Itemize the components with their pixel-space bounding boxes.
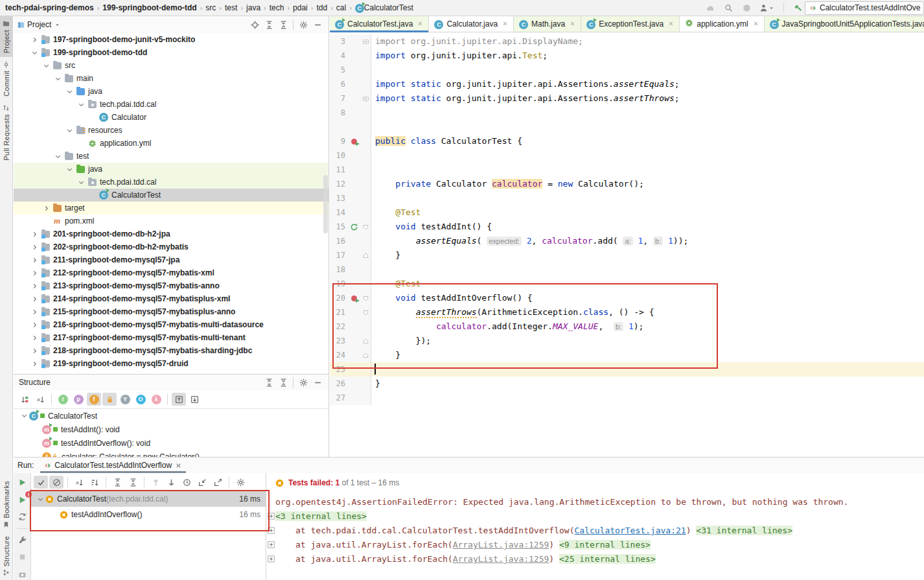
fold-open-icon[interactable] (362, 309, 369, 316)
cloud-button[interactable] (703, 1, 717, 14)
arrow-up-button[interactable] (148, 476, 163, 489)
project-tree-row[interactable]: 217-springboot-demo-mysql57-mybatis-mult… (14, 331, 329, 344)
expand-all-button[interactable] (110, 476, 124, 489)
project-tree-row[interactable]: 215-springboot-demo-mysql57-mybatisplus-… (14, 305, 329, 318)
code-text[interactable]: import org.junit.jupiter.api.DisplayName… (371, 34, 924, 49)
chevron-down-icon[interactable] (66, 88, 73, 95)
code-text[interactable]: calculator.add(Integer.MAX_VALUE, b: 1); (371, 319, 924, 334)
editor-tab[interactable]: CExceptionTest.java (581, 16, 680, 32)
search-button[interactable] (721, 1, 735, 14)
project-tree-row[interactable]: java (14, 85, 329, 98)
fold-expand-icon[interactable] (268, 527, 275, 534)
project-tree-row[interactable]: java (14, 163, 329, 176)
toggle-auto-test-button[interactable] (15, 511, 29, 522)
collapse-all-button[interactable] (276, 376, 290, 389)
tool-window-button-project[interactable]: Project (0, 16, 12, 57)
tool-window-button-structure[interactable]: Structure (0, 532, 12, 580)
editor-tab[interactable]: application.yml (680, 16, 764, 32)
chevron-right-icon[interactable] (31, 347, 38, 354)
fold-end-icon[interactable] (362, 252, 369, 259)
filter-i-button[interactable]: I (56, 393, 70, 406)
code-text[interactable]: }); (371, 334, 924, 348)
chevron-right-icon[interactable] (31, 270, 38, 277)
project-tree-row[interactable]: target (14, 202, 329, 215)
code-text[interactable]: assertThrows(ArithmeticException.class, … (371, 305, 924, 319)
hide-button[interactable] (310, 18, 325, 31)
breadcrumb-item[interactable]: CCalculatorTest (355, 3, 413, 13)
test-tree-row[interactable]: testAddIntOverflow()16 ms (31, 507, 266, 522)
project-tree-row[interactable]: CCalculator (14, 111, 329, 124)
close-icon[interactable] (668, 19, 674, 29)
code-text[interactable] (371, 148, 924, 163)
chevron-right-icon[interactable] (31, 283, 38, 290)
code-text[interactable] (371, 391, 924, 405)
sort-duration-button[interactable] (87, 476, 102, 489)
project-tree-row[interactable]: application.yml (14, 137, 329, 150)
editor-tab[interactable]: CCalculator.java (429, 16, 514, 32)
project-tree-row[interactable]: main (14, 72, 329, 85)
chevron-right-icon[interactable] (31, 257, 38, 264)
project-tree-row[interactable]: CCalculatorTest (14, 189, 329, 202)
expand-all-button[interactable] (262, 376, 276, 389)
chevron-down-icon[interactable] (21, 412, 28, 419)
hammer-button[interactable] (791, 1, 805, 14)
project-tree-row[interactable]: 214-springboot-demo-mysql57-mybatisplus-… (14, 292, 329, 305)
code-text[interactable]: import static org.junit.jupiter.api.Asse… (371, 77, 924, 91)
chevron-down-icon[interactable] (66, 127, 73, 134)
console-output[interactable]: org.opentest4j.AssertionFailedError: Exp… (266, 493, 924, 580)
project-tree-row[interactable]: 211-springboot-demo-mysql57-jpa (14, 253, 329, 266)
project-tree-row[interactable]: test (14, 150, 329, 163)
structure-tree-row[interactable]: fcalculator: Calculator = new Calculator… (14, 450, 329, 457)
scrollbar-thumb[interactable] (323, 175, 328, 233)
test-tree-row[interactable]: CalculatorTest (tech.pdai.tdd.cal)16 ms (31, 491, 266, 507)
chevron-right-icon[interactable] (31, 308, 38, 316)
locate-button[interactable] (248, 18, 262, 31)
code-text[interactable]: void testAddInt() { (371, 220, 924, 234)
expand-all-button[interactable] (262, 18, 276, 31)
hide-button[interactable] (310, 376, 325, 389)
project-tree-row[interactable]: 202-springboot-demo-db-h2-mybatis (14, 240, 329, 253)
check-button[interactable] (34, 476, 48, 489)
editor-tab[interactable]: CJavaSpringbootUnit5ApplicationTests.jav… (765, 16, 924, 32)
chevron-down-icon[interactable] (31, 49, 38, 56)
import-test-button[interactable] (195, 476, 209, 489)
code-text[interactable]: } (371, 377, 924, 391)
breadcrumb-item[interactable]: java (246, 3, 260, 12)
filter-f-button[interactable]: f (87, 393, 101, 406)
code-text[interactable] (371, 191, 924, 205)
settings-button[interactable] (233, 476, 248, 489)
scroll-to-source-button[interactable] (187, 393, 202, 406)
run-configuration-select[interactable]: CalculatorTest.testAddIntOve (805, 1, 924, 15)
settings-button[interactable] (296, 18, 310, 31)
project-tree-row[interactable]: tech.pdai.tdd.cal (14, 176, 329, 189)
chevron-down-icon[interactable] (54, 75, 62, 82)
code-text[interactable]: assertEquals( expected: 2, calculator.ad… (371, 234, 924, 248)
code-text[interactable] (371, 163, 924, 177)
breadcrumb-item[interactable]: pdai (293, 3, 308, 12)
chevron-down-icon[interactable] (78, 101, 85, 108)
chevron-right-icon[interactable] (31, 360, 38, 367)
chevron-down-icon[interactable] (54, 21, 61, 29)
fold-expand-icon[interactable] (268, 555, 275, 563)
project-tree-row[interactable]: 199-springboot-demo-tdd (14, 46, 329, 59)
project-tree-row[interactable]: 219-springboot-demo-mysql57-druid (14, 357, 329, 370)
run-class-failed-icon[interactable] (351, 139, 357, 145)
chevron-right-icon[interactable] (31, 296, 38, 303)
filter-λ-button[interactable]: λ (149, 393, 163, 406)
fold-open-icon[interactable] (362, 295, 369, 302)
run-test-failed-icon[interactable] (351, 296, 357, 301)
sort-alpha-button[interactable]: a (72, 476, 86, 489)
structure-tree-row[interactable]: mtestAddInt(): void (14, 423, 329, 436)
fold-minus-icon[interactable] (362, 38, 369, 45)
code-text[interactable]: } (371, 248, 924, 262)
fold-expand-icon[interactable] (268, 541, 275, 548)
run-tab[interactable]: CalculatorTest.testAddIntOverflow (40, 458, 186, 473)
chevron-down-icon[interactable] (37, 496, 44, 503)
rerun-button[interactable] (15, 477, 29, 488)
project-tree-row[interactable]: 197-springboot-demo-junit-v5-mockito (14, 33, 329, 46)
stack-trace-link[interactable]: ArrayList.java:1259 (453, 554, 549, 564)
arrow-down-button[interactable] (164, 476, 178, 489)
breadcrumb-item[interactable]: src (205, 3, 216, 12)
fold-expand-icon[interactable] (268, 513, 275, 520)
code-text[interactable] (371, 362, 924, 377)
